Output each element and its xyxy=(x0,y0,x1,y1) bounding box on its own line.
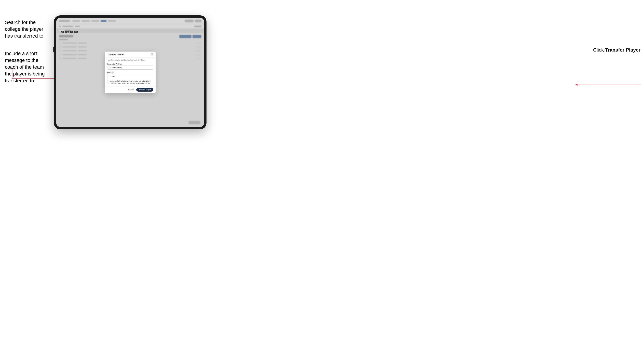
search-label: Search for College xyxy=(107,63,122,65)
tablet-screen: Update Roster Transfer Player ✕ Transfer… xyxy=(56,18,204,127)
modal-header: Transfer Player ✕ xyxy=(105,51,156,57)
transfer-player-button[interactable]: Transfer Player xyxy=(136,88,153,92)
modal-description: Transfer the player and their profile to… xyxy=(107,59,153,61)
right-arrow xyxy=(574,79,644,90)
right-annotation-block: Click Transfer Player xyxy=(593,47,640,53)
transfer-player-modal: Transfer Player ✕ Transfer the player an… xyxy=(105,51,156,93)
message-textarea[interactable]: Hi Coach, I understand Chris Robertson h… xyxy=(107,74,153,84)
svg-marker-4 xyxy=(575,84,578,86)
modal-overlay: Transfer Player ✕ Transfer the player an… xyxy=(56,18,204,127)
right-annotation-bold: Transfer Player xyxy=(605,47,640,53)
annotation-text-1: Search for the college the player has tr… xyxy=(5,19,52,39)
search-college-input[interactable] xyxy=(107,65,153,70)
tablet-frame: Update Roster Transfer Player ✕ Transfer… xyxy=(54,15,206,129)
modal-body: Transfer the player and their profile to… xyxy=(105,57,156,86)
modal-footer: Cancel Transfer Player xyxy=(105,86,156,93)
cancel-button[interactable]: Cancel xyxy=(128,88,135,91)
right-annotation-prefix: Click xyxy=(593,47,605,53)
message-label: Message xyxy=(107,72,114,74)
close-icon: ✕ xyxy=(151,53,153,56)
modal-close-button[interactable]: ✕ xyxy=(151,53,153,56)
modal-title: Transfer Player xyxy=(107,53,124,56)
